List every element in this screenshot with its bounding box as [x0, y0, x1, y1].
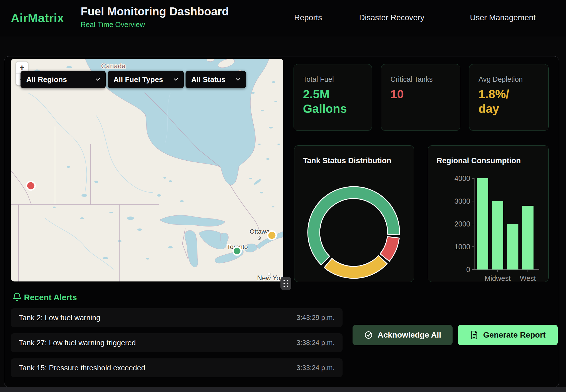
y-tick-label: 3000 [454, 197, 470, 205]
alert-time: 3:43:29 p.m. [297, 314, 335, 322]
generate-report-button[interactable]: Generate Report [458, 325, 558, 345]
stat-card-critical-tanks: Critical Tanks 10 [381, 64, 460, 131]
grip-dots-icon [280, 277, 291, 290]
x-tick-label: Midwest [484, 274, 511, 282]
filter-fuel-types-label: All Fuel Types [113, 75, 163, 84]
file-report-icon [470, 330, 479, 340]
map-label-canada: Canada [101, 62, 126, 70]
filter-fuel-types[interactable]: All Fuel Types [108, 71, 184, 88]
filter-regions-label: All Regions [26, 75, 67, 84]
donut-chart-card: Tank Status Distribution [294, 145, 414, 282]
stat-card-avg-depletion: Avg Depletion 1.8%/ day [469, 64, 549, 131]
filter-status-label: All Status [191, 75, 225, 84]
alerts-section-title: Recent Alerts [24, 293, 77, 302]
nav-disaster-recovery[interactable]: Disaster Recovery [359, 13, 424, 22]
tank-marker-critical[interactable] [27, 181, 35, 190]
generate-report-label: Generate Report [483, 330, 545, 340]
map-canvas: Canada Ottawa Toronto New York [11, 59, 283, 281]
y-tick-label: 4000 [454, 174, 470, 182]
chevron-down-icon [236, 78, 240, 81]
page-title: Fuel Monitoring Dashboard [81, 5, 229, 18]
chevron-down-icon [174, 78, 178, 81]
check-circle-icon [364, 330, 373, 340]
y-tick-label: 2000 [454, 220, 470, 228]
bar-region-3[interactable] [522, 206, 534, 270]
alert-row[interactable]: Tank 15: Pressure threshold exceeded 3:3… [11, 358, 343, 377]
stat-card-total-fuel: Total Fuel 2.5M Gallons [294, 64, 372, 131]
tank-marker-normal[interactable] [233, 247, 241, 255]
alert-time: 3:33:24 p.m. [297, 364, 335, 372]
regional-consumption-bar-chart: 01000200030004000MidwestWest [428, 146, 549, 282]
bar-chart-card: Regional Consumption 01000200030004000Mi… [428, 145, 549, 282]
bell-icon [12, 292, 22, 303]
alert-row[interactable]: Tank 2: Low fuel warning 3:43:29 p.m. [11, 308, 343, 327]
donut-slice-critical[interactable] [380, 237, 399, 262]
drag-handle[interactable] [280, 277, 291, 290]
bar-region-0[interactable] [477, 178, 488, 270]
y-tick-label: 0 [466, 266, 470, 273]
acknowledge-all-label: Acknowledge All [378, 330, 441, 340]
tank-status-donut-chart [294, 146, 414, 282]
alert-text: Tank 15: Pressure threshold exceeded [19, 364, 145, 372]
map-label-ottawa: Ottawa [250, 228, 270, 235]
stat-label: Critical Tanks [390, 75, 451, 83]
chevron-down-icon [95, 78, 100, 81]
y-tick-label: 1000 [454, 243, 470, 251]
tank-marker-warning[interactable] [268, 231, 276, 240]
bar-region-2[interactable] [507, 224, 518, 270]
stat-value: 10 [390, 87, 451, 101]
filter-status[interactable]: All Status [186, 71, 246, 88]
bottom-strip [0, 387, 566, 392]
alert-row[interactable]: Tank 27: Low fuel warning triggered 3:38… [11, 333, 343, 352]
stat-label: Total Fuel [303, 75, 363, 83]
filter-regions[interactable]: All Regions [21, 71, 106, 88]
page-subtitle: Real-Time Overview [81, 21, 145, 29]
nav-reports[interactable]: Reports [294, 13, 322, 22]
acknowledge-all-button[interactable]: Acknowledge All [353, 325, 453, 345]
alert-text: Tank 27: Low fuel warning triggered [19, 338, 136, 347]
stat-value: 2.5M Gallons [303, 87, 363, 116]
ottawa-city-dot-inner [259, 238, 260, 239]
app-logo[interactable]: AirMatrix [11, 11, 64, 25]
stat-label: Avg Depletion [479, 75, 539, 83]
alert-time: 3:38:24 p.m. [297, 339, 335, 347]
map[interactable]: Canada Ottawa Toronto New York [11, 59, 283, 281]
donut-slice-warning[interactable] [324, 256, 387, 278]
bar-region-1[interactable] [492, 201, 503, 270]
x-tick-label: West [520, 274, 536, 282]
map-label-new-york: New York [257, 274, 283, 281]
alert-text: Tank 2: Low fuel warning [19, 313, 100, 322]
nav-user-management[interactable]: User Management [470, 13, 536, 22]
stat-value: 1.8%/ day [479, 87, 539, 116]
